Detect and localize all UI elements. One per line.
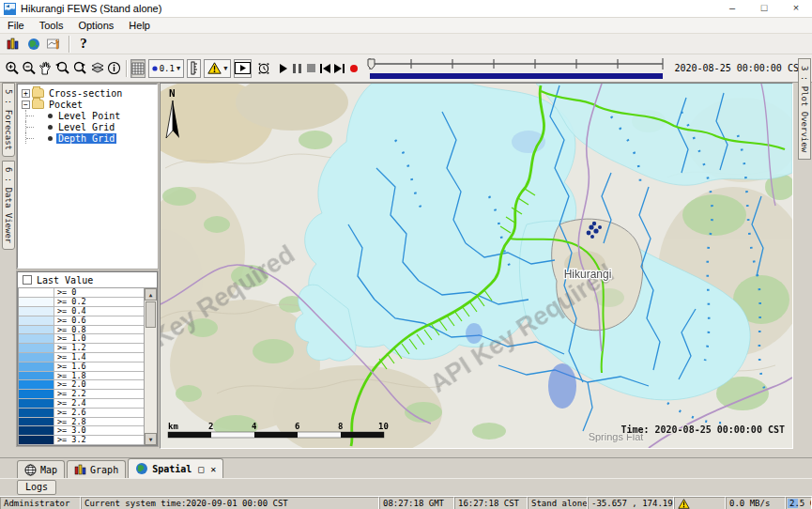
map-display-button[interactable] xyxy=(23,35,44,54)
time-span-bar xyxy=(370,73,663,79)
pause-button[interactable] xyxy=(290,59,304,78)
logs-button[interactable]: Logs xyxy=(17,480,56,495)
menu-item[interactable]: Options xyxy=(70,19,121,32)
tab-data-viewer[interactable]: 6 : Data Viewer xyxy=(2,161,15,250)
legend-panel: Last Value >= 0 >= 0.2 >= 0.4 xyxy=(17,271,158,446)
layer-tree[interactable]: + Cross-section − Pocket Level Point Lev… xyxy=(17,84,158,269)
tree-item-cross-section[interactable]: Cross-section xyxy=(47,88,124,99)
scroll-down-icon[interactable]: ▼ xyxy=(145,433,157,445)
info-button[interactable] xyxy=(106,59,122,78)
bullet-icon xyxy=(48,136,53,141)
legend-row-label: >= 3.2 xyxy=(54,436,144,444)
deep-flood-patch xyxy=(548,363,576,409)
tree-item-depth-grid[interactable]: Depth Grid xyxy=(56,133,116,144)
main-toolbar: ? xyxy=(0,34,812,54)
legend-color-swatch xyxy=(19,409,54,417)
legend-color-swatch xyxy=(19,426,54,435)
dot-icon xyxy=(152,66,158,71)
legend-row-label: >= 0.8 xyxy=(54,326,144,334)
legend-color-swatch xyxy=(19,288,54,297)
tab-spatial[interactable]: Spatial □ ✕ xyxy=(128,458,223,478)
tab-forecast[interactable]: 5 : Forecast xyxy=(2,83,15,157)
tree-row[interactable]: Level Grid xyxy=(18,121,157,132)
minimize-button[interactable]: – xyxy=(716,0,748,17)
tree-item-level-point[interactable]: Level Point xyxy=(56,111,122,121)
legend-row-label: >= 0.6 xyxy=(54,316,144,325)
play-button[interactable] xyxy=(276,59,290,78)
legend-color-swatch xyxy=(19,326,54,334)
left-tab-strip: 5 : Forecast 6 : Data Viewer xyxy=(0,83,17,457)
scroll-thumb[interactable] xyxy=(146,301,156,328)
time-slider[interactable] xyxy=(366,56,666,81)
legend-color-swatch xyxy=(19,418,54,426)
zoom-out-button[interactable] xyxy=(21,59,38,78)
tree-row[interactable]: Level Point xyxy=(18,110,157,121)
expand-icon[interactable]: + xyxy=(22,89,30,98)
collapse-icon[interactable]: − xyxy=(22,100,30,109)
next-zoom-button[interactable] xyxy=(71,59,89,78)
record-button[interactable] xyxy=(346,59,360,78)
map-canvas[interactable]: API Key Required API Key Required Hikura… xyxy=(161,84,792,448)
svg-text:10: 10 xyxy=(378,422,389,431)
memory-label: 2.5 GB xyxy=(789,498,812,509)
zoom-previous-icon xyxy=(54,61,70,76)
tab-graph[interactable]: Graph xyxy=(67,460,126,478)
tab-map[interactable]: Map xyxy=(17,460,65,478)
pan-button[interactable] xyxy=(38,59,54,78)
last-value-checkbox[interactable] xyxy=(23,275,32,285)
time-slider-handle[interactable] xyxy=(368,59,375,69)
animation-settings-button[interactable] xyxy=(255,59,272,78)
go-to-start-button[interactable] xyxy=(318,59,332,78)
graph-bars-icon xyxy=(74,464,86,475)
tree-item-level-grid[interactable]: Level Grid xyxy=(56,122,116,132)
pause-icon xyxy=(293,64,301,73)
svg-text:km: km xyxy=(168,422,178,431)
stop-button[interactable] xyxy=(304,59,318,78)
title-bar: Hikurangi FEWS (Stand alone) – □ × xyxy=(0,0,812,18)
svg-text:4: 4 xyxy=(252,422,257,431)
legend-row: >= 2.2 xyxy=(19,390,144,399)
class-interval-dropdown[interactable]: 0.1 ▼ xyxy=(148,59,184,78)
legend-row-label: >= 1.2 xyxy=(54,344,144,352)
warnings-dropdown[interactable]: ▼ xyxy=(204,59,231,78)
maximize-panel-icon[interactable]: □ xyxy=(198,464,204,474)
legend-row: >= 1.8 xyxy=(19,372,144,381)
legend-row-label: >= 3.0 xyxy=(54,426,144,435)
legend-color-swatch xyxy=(19,353,54,362)
previous-zoom-button[interactable] xyxy=(54,59,71,78)
status-transfer-rate: 0.0 MB/s xyxy=(726,497,786,509)
main-area: 5 : Forecast 6 : Data Viewer + Cross-sec… xyxy=(0,83,812,457)
zoom-out-icon xyxy=(22,61,37,76)
movie-player-button[interactable] xyxy=(234,59,252,78)
close-panel-icon[interactable]: ✕ xyxy=(210,464,216,474)
maximize-button[interactable]: □ xyxy=(748,0,780,17)
legend-row-label: >= 2.8 xyxy=(54,418,144,426)
tree-row[interactable]: − Pocket xyxy=(18,99,157,110)
scale-bar-toggle[interactable] xyxy=(187,59,201,78)
zoom-in-button[interactable] xyxy=(4,59,21,78)
menu-item[interactable]: File xyxy=(0,19,32,32)
grid-layer-toggle[interactable] xyxy=(130,59,146,78)
menu-item[interactable]: Help xyxy=(121,19,158,32)
bullet-icon xyxy=(48,125,53,130)
tree-item-pocket[interactable]: Pocket xyxy=(47,100,84,110)
layers-button[interactable] xyxy=(89,59,106,78)
help-button[interactable]: ? xyxy=(73,35,94,54)
tab-plot-overview[interactable]: 3 : Plot Overview xyxy=(798,58,811,160)
close-button[interactable]: × xyxy=(780,0,812,17)
map-view[interactable]: API Key Required API Key Required Hikura… xyxy=(160,83,793,449)
tree-row[interactable]: Depth Grid xyxy=(18,132,157,144)
legend-row-label: >= 2.0 xyxy=(54,380,144,389)
status-memory: 2.5 GB xyxy=(786,497,812,509)
legend-row: >= 3.2 xyxy=(19,436,144,445)
scroll-up-icon[interactable]: ▲ xyxy=(145,288,157,301)
database-explorer-button[interactable] xyxy=(3,35,23,54)
menu-item[interactable]: Tools xyxy=(32,19,71,32)
legend-scrollbar[interactable]: ▲ ▼ xyxy=(144,288,157,445)
spatial-display-button[interactable] xyxy=(44,35,65,54)
time-slider-track[interactable] xyxy=(366,56,666,81)
legend-row: >= 0.2 xyxy=(19,298,144,307)
status-warning-cell[interactable] xyxy=(674,497,726,509)
go-to-end-button[interactable] xyxy=(332,59,346,78)
tree-connector xyxy=(25,110,48,121)
